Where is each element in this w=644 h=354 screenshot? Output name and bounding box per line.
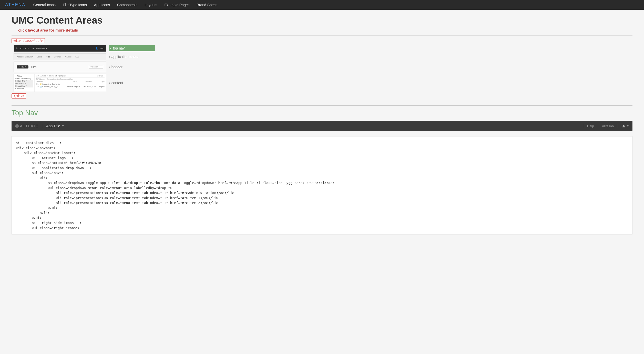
thumb-search-input: ⚲ Search <box>89 65 103 69</box>
demo-nav-right: Help Alifeson <box>583 124 629 128</box>
user-icon <box>622 124 626 128</box>
appmenu-item: Users <box>37 56 42 58</box>
thumb-app-dropdown: Administration ▾ <box>31 47 47 50</box>
nav-link-app-icons[interactable]: App Icons <box>94 3 110 7</box>
thumb-content[interactable]: ▾ Filters Latest Version Only Folders Tw… <box>14 74 106 92</box>
thumb-sidebar: ▾ Filters Latest Version Only Folders Tw… <box>14 74 35 92</box>
opening-code-tag: <div class="ac"> <box>12 38 45 43</box>
demo-nav-left: ACTUATE App Title <box>15 124 64 128</box>
area-label-text: header <box>111 65 123 69</box>
thumb-appmenu[interactable]: Account Overview Users Files Settings Na… <box>14 53 106 60</box>
area-label-text: application menu <box>111 55 139 59</box>
layout-label-topnav[interactable]: ‹ top nav <box>109 45 155 51</box>
layout-row-appmenu: Account Overview Users Files Settings Na… <box>14 53 632 60</box>
code-example-block: <!-- container divs --> <div class="navb… <box>12 136 632 234</box>
layout-row-header: + New ▾ Files ⚲ Search ‹ header <box>14 62 632 72</box>
nav-link-general-icons[interactable]: General Icons <box>33 3 56 7</box>
layout-label-header[interactable]: ‹ header <box>109 65 122 69</box>
section-heading-top-nav: Top Nav <box>12 105 632 117</box>
thumb-main: ☐ ▾ Actions ▾ Show 15 ▾ per page ‹ 2 of … <box>35 74 106 92</box>
nav-link-brand-specs[interactable]: Brand Specs <box>197 3 217 7</box>
layout-row-content: ▾ Filters Latest Version Only Folders Tw… <box>14 74 632 92</box>
demo-top-nav: ACTUATE App Title Help Alifeson <box>12 121 632 131</box>
thumb-new-button: + New ▾ <box>17 65 28 68</box>
brand-logo[interactable]: ATHENA <box>5 2 26 7</box>
chevron-left-icon: ‹ <box>110 46 111 50</box>
nav-link-components[interactable]: Components <box>117 3 137 7</box>
nav-link-layouts[interactable]: Layouts <box>145 3 157 7</box>
nav-link-example-pages[interactable]: Example Pages <box>164 3 189 7</box>
actuate-logo-text: ACTUATE <box>20 124 38 128</box>
page-subtitle: click layout area for more details <box>18 28 632 32</box>
caret-down-icon <box>627 125 629 126</box>
appmenu-item-active: Files <box>46 56 50 58</box>
chevron-left-icon: ‹ <box>109 55 110 59</box>
nav-link-file-type-icons[interactable]: File Type Icons <box>63 3 87 7</box>
top-navbar: ATHENA General Icons File Type Icons App… <box>0 0 644 10</box>
chevron-left-icon: ‹ <box>109 81 110 85</box>
layout-diagram-section: <div class="ac"> ◎ ACTUATE Administratio… <box>12 35 632 100</box>
thumb-header[interactable]: + New ▾ Files ⚲ Search <box>14 62 106 72</box>
area-label-text: top nav <box>113 46 125 50</box>
closing-code-tag: </div> <box>12 93 26 99</box>
layout-label-content[interactable]: ‹ content <box>109 81 123 85</box>
page-content: UMC Content Areas click layout area for … <box>0 10 644 240</box>
page-title: UMC Content Areas <box>12 15 632 26</box>
area-label-text: content <box>111 81 123 85</box>
appmenu-item: Account Overview <box>17 56 33 58</box>
caret-down-icon <box>62 125 64 126</box>
appmenu-item: Names <box>65 56 71 58</box>
appmenu-item: PAG <box>75 56 79 58</box>
layout-label-appmenu[interactable]: ‹ application menu <box>109 55 139 59</box>
thumb-topnav[interactable]: ◎ ACTUATE Administration ▾ 👤 Help <box>14 45 106 52</box>
layout-row-topnav: ◎ ACTUATE Administration ▾ 👤 Help ‹ top … <box>14 45 632 52</box>
nav-links: General Icons File Type Icons App Icons … <box>33 3 217 7</box>
actuate-logo[interactable]: ACTUATE <box>15 124 42 128</box>
app-title-dropdown[interactable]: App Title <box>46 124 64 128</box>
actuate-ring-icon <box>15 124 19 128</box>
user-name-link[interactable]: Alifeson <box>598 124 618 128</box>
user-menu-button[interactable] <box>618 124 629 128</box>
thumb-header-title: Files <box>31 66 36 68</box>
appmenu-item: Settings <box>54 56 62 58</box>
chevron-left-icon: ‹ <box>109 65 110 69</box>
thumb-brand: ACTUATE <box>19 47 29 50</box>
app-title-text: App Title <box>46 124 60 128</box>
help-link[interactable]: Help <box>583 124 598 128</box>
thumb-user-icon: 👤 <box>95 47 98 50</box>
thumb-help: Help <box>100 47 104 50</box>
